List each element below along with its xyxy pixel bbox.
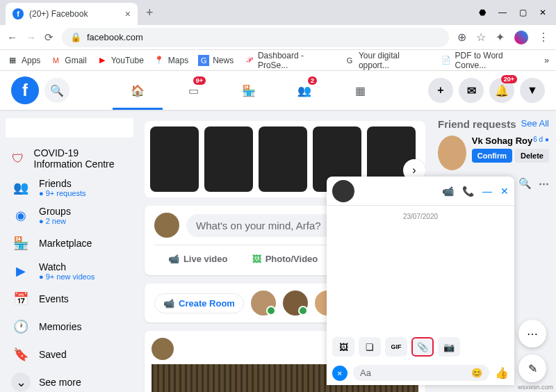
friend-requests-heading: Friend requests [438, 118, 516, 130]
chat-header[interactable]: 📹 📞 — ✕ [327, 177, 514, 206]
window-controls: ⬣ — ▢ ✕ [479, 8, 556, 17]
close-window-icon[interactable]: ✕ [539, 8, 546, 17]
contact-avatar[interactable] [251, 291, 276, 316]
browser-tab-strip: f (20+) Facebook × + ⬣ — ▢ ✕ [0, 0, 556, 25]
tab-watch[interactable]: ▭9+ [168, 72, 218, 108]
minimize-chat-icon[interactable]: — [482, 186, 492, 197]
sidebar-item-groups[interactable]: ◉Groups● 2 new [6, 202, 133, 229]
bookmark-maps[interactable]: 📍Maps [154, 55, 188, 66]
profile-avatar[interactable] [514, 31, 528, 44]
chat-date: 23/07/2020 [403, 213, 438, 220]
chat-window: 📹 📞 — ✕ 23/07/2020 🖼 ❏ GIF 📎 📷 + Aa😊 👍 [327, 177, 514, 385]
options-icon[interactable]: ⋯ [539, 177, 549, 190]
sidebar-item-watch[interactable]: ▶Watch● 9+ new videos [6, 257, 133, 285]
video-call-icon[interactable]: 📹 [442, 186, 454, 197]
sidebar-item-covid[interactable]: 🛡COVID-19 Information Centre [6, 143, 133, 174]
attribution: wsxwsn.com [518, 384, 553, 391]
forward-icon: → [26, 31, 36, 43]
chat-text-input[interactable]: Aa😊 [353, 365, 489, 381]
bookmark-news[interactable]: GNews [198, 55, 234, 66]
new-message-button[interactable]: ✎ [518, 354, 546, 382]
friend-name[interactable]: Vk Sohag Roy [472, 136, 532, 146]
chat-toolbar: 🖼 ❏ GIF 📎 📷 [327, 333, 514, 361]
sidebar-item-events[interactable]: 📅Events [6, 285, 133, 313]
post-avatar[interactable] [152, 338, 174, 360]
zoom-icon[interactable]: ⊕ [457, 31, 466, 44]
bookmark-google[interactable]: GYour digital opport... [344, 51, 431, 70]
tab-home[interactable]: 🏠 [113, 72, 163, 108]
camera-icon[interactable]: 📷 [438, 337, 460, 357]
left-sidebar: 🛡COVID-19 Information Centre 👥Friends● 9… [0, 110, 139, 392]
story[interactable] [204, 126, 253, 192]
tab-groups[interactable]: 👥2 [279, 72, 329, 108]
bookmark-youtube[interactable]: ▶YouTube [97, 55, 144, 66]
tab-gaming[interactable]: ▦ [335, 72, 385, 108]
reload-icon[interactable]: ⟳ [44, 31, 54, 44]
bookmarks-bar: ▦Apps MGmail ▶YouTube 📍Maps GNews 𝒫Dashb… [0, 50, 556, 71]
stickers-icon[interactable]: ❏ [359, 337, 381, 357]
story[interactable] [150, 126, 199, 192]
chat-contact-avatar[interactable] [332, 180, 354, 202]
account-button[interactable]: ▼ [520, 78, 545, 103]
sidebar-item-memories[interactable]: 🕐Memories [6, 313, 133, 341]
photo-video-button[interactable]: 🖼Photo/Video [241, 250, 328, 268]
close-tab-icon[interactable]: × [125, 8, 131, 19]
url-text: facebook.com [87, 32, 143, 42]
bookmarks-overflow-icon[interactable]: » [544, 56, 549, 65]
lock-icon: 🔒 [70, 32, 81, 42]
chat-input-row: + Aa😊 👍 [327, 361, 514, 385]
add-more-icon[interactable]: + [329, 362, 350, 384]
voice-call-icon[interactable]: 📞 [462, 186, 474, 197]
floating-buttons: ⋯ ✎ [518, 320, 546, 382]
address-bar: ← → ⟳ 🔒 facebook.com ⊕ ☆ ✦ ⋮ [0, 25, 556, 50]
sidebar-item-marketplace[interactable]: 🏪Marketplace [6, 229, 133, 257]
facebook-header: f 🔍 🏠 ▭9+ 🏪 👥2 ▦ + ✉ 🔔20+ ▼ [0, 71, 556, 110]
close-chat-icon[interactable]: ✕ [500, 186, 509, 197]
tab-marketplace[interactable]: 🏪 [224, 72, 274, 108]
confirm-button[interactable]: Confirm [472, 149, 512, 163]
contact-avatar[interactable] [283, 291, 308, 316]
user-avatar[interactable] [154, 213, 179, 238]
search-button[interactable]: 🔍 [44, 78, 70, 103]
create-room-button[interactable]: 📹Create Room [154, 293, 244, 313]
back-icon[interactable]: ← [7, 31, 17, 43]
gif-icon[interactable]: GIF [385, 337, 407, 357]
tab-title: (20+) Facebook [29, 9, 88, 19]
browser-tab[interactable]: f (20+) Facebook × [6, 3, 138, 25]
create-button[interactable]: + [428, 78, 453, 103]
maximize-icon[interactable]: ▢ [519, 8, 527, 17]
friend-avatar[interactable] [438, 136, 466, 170]
profile-placeholder[interactable] [6, 118, 133, 138]
see-all-link[interactable]: See All [521, 118, 549, 130]
chat-messages: 23/07/2020 [327, 206, 514, 333]
gallery-icon[interactable]: 🖼 [332, 337, 354, 357]
sidebar-item-friends[interactable]: 👥Friends● 9+ requests [6, 174, 133, 202]
more-options-button[interactable]: ⋯ [518, 320, 546, 348]
bookmark-pdf[interactable]: 📄PDF to Word Conve... [441, 51, 534, 70]
sidebar-item-seemore[interactable]: ⌄See more [6, 368, 133, 392]
url-input[interactable]: 🔒 facebook.com [62, 28, 449, 47]
friend-request: Vk Sohag Roy6 d ● Confirm Delete [438, 136, 549, 170]
bookmark-apps[interactable]: ▦Apps [7, 55, 40, 66]
new-tab-button[interactable]: + [146, 6, 154, 20]
live-video-button[interactable]: 📹Live video [154, 250, 241, 268]
shield-icon[interactable]: ⬣ [479, 8, 486, 17]
like-icon[interactable]: 👍 [495, 366, 509, 379]
facebook-logo[interactable]: f [11, 76, 39, 104]
friend-time: 6 d ● [533, 136, 549, 146]
emoji-icon[interactable]: 😊 [471, 368, 482, 378]
facebook-favicon: f [13, 8, 24, 19]
menu-icon[interactable]: ⋮ [538, 31, 549, 44]
messenger-button[interactable]: ✉ [459, 78, 484, 103]
attachment-icon[interactable]: 📎 [411, 337, 434, 357]
minimize-icon[interactable]: — [498, 8, 507, 17]
delete-button[interactable]: Delete [515, 149, 549, 163]
story[interactable] [259, 126, 307, 192]
extensions-icon[interactable]: ✦ [496, 31, 505, 44]
star-icon[interactable]: ☆ [476, 31, 486, 44]
notifications-button[interactable]: 🔔20+ [489, 78, 514, 103]
bookmark-pinterest[interactable]: 𝒫Dashboard - ProSe... [243, 51, 334, 70]
search-icon[interactable]: 🔍 [518, 177, 532, 190]
bookmark-gmail[interactable]: MGmail [50, 55, 86, 66]
sidebar-item-saved[interactable]: 🔖Saved [6, 341, 133, 368]
